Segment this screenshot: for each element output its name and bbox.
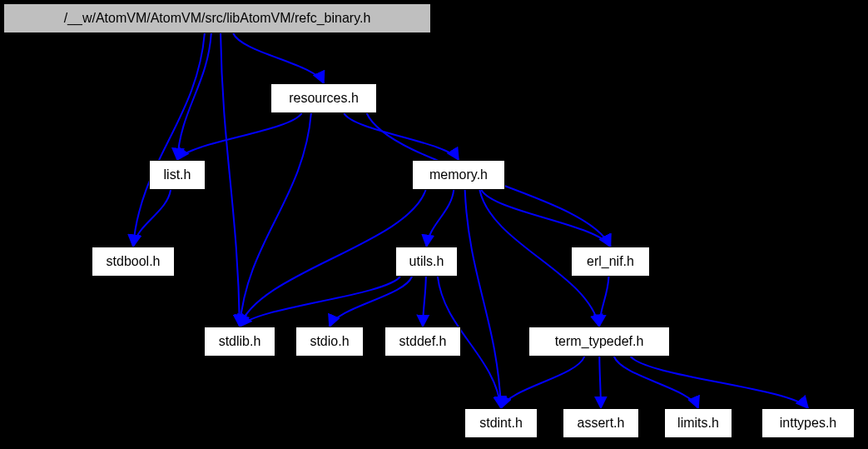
node-label: stddef.h xyxy=(399,334,447,349)
edge-layer xyxy=(0,0,868,449)
node-refc-binary[interactable]: /__w/AtomVM/AtomVM/src/libAtomVM/refc_bi… xyxy=(3,3,431,33)
node-label: stdio.h xyxy=(310,334,349,349)
edge-resources-list xyxy=(177,113,302,160)
dependency-graph: /__w/AtomVM/AtomVM/src/libAtomVM/refc_bi… xyxy=(0,0,868,449)
node-label: assert.h xyxy=(578,416,625,431)
edge-memory-erl_nif xyxy=(481,190,610,247)
node-inttypes[interactable]: inttypes.h xyxy=(761,408,855,438)
node-term-typedef[interactable]: term_typedef.h xyxy=(528,327,670,357)
edge-term_typedef-stdint xyxy=(501,357,584,408)
edge-term_typedef-inttypes xyxy=(631,357,808,408)
node-label: stdint.h xyxy=(479,416,523,431)
edge-term_typedef-limits xyxy=(614,357,698,408)
edge-utils-stdio xyxy=(330,277,412,327)
node-label: stdlib.h xyxy=(219,334,261,349)
node-label: utils.h xyxy=(409,254,444,269)
edge-utils-stdlib xyxy=(240,277,400,327)
edge-list-stdbool xyxy=(133,190,171,247)
node-label: resources.h xyxy=(289,91,359,106)
edge-utils-stddef xyxy=(423,277,426,327)
node-stdio[interactable]: stdio.h xyxy=(295,327,364,357)
node-resources[interactable]: resources.h xyxy=(270,83,377,113)
node-stdlib[interactable]: stdlib.h xyxy=(204,327,275,357)
node-list[interactable]: list.h xyxy=(149,160,206,190)
edge-term_typedef-assert xyxy=(599,357,601,408)
node-label: inttypes.h xyxy=(780,416,836,431)
edge-root-stdlib xyxy=(221,33,240,327)
node-label: stdbool.h xyxy=(107,254,161,269)
node-assert[interactable]: assert.h xyxy=(563,408,639,438)
node-stddef[interactable]: stddef.h xyxy=(384,327,461,357)
edge-erl_nif-term_typedef xyxy=(599,277,608,327)
edge-resources-memory xyxy=(344,113,459,160)
node-erl-nif[interactable]: erl_nif.h xyxy=(571,247,650,277)
edge-resources-stdlib xyxy=(240,113,311,327)
edge-root-list xyxy=(177,33,211,160)
edge-memory-utils xyxy=(427,190,454,247)
node-memory[interactable]: memory.h xyxy=(412,160,505,190)
node-stdbool[interactable]: stdbool.h xyxy=(92,247,175,277)
node-label: /__w/AtomVM/AtomVM/src/libAtomVM/refc_bi… xyxy=(64,11,371,26)
node-label: erl_nif.h xyxy=(587,254,634,269)
node-label: limits.h xyxy=(677,416,719,431)
edge-root-resources xyxy=(233,33,324,83)
edge-root-stdbool xyxy=(133,33,205,247)
node-stdint[interactable]: stdint.h xyxy=(464,408,538,438)
node-limits[interactable]: limits.h xyxy=(664,408,732,438)
node-label: memory.h xyxy=(429,167,488,182)
edge-memory-stdint xyxy=(465,190,501,408)
node-label: term_typedef.h xyxy=(555,334,644,349)
node-utils[interactable]: utils.h xyxy=(395,247,458,277)
node-label: list.h xyxy=(164,167,191,182)
